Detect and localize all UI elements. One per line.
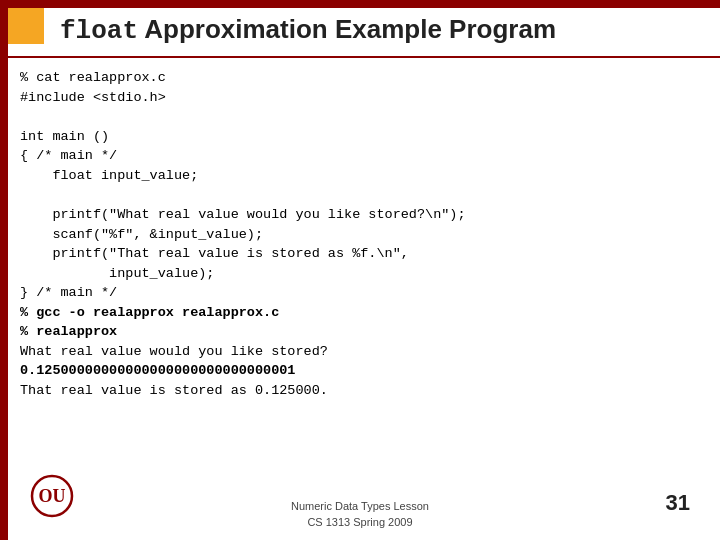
code-line-output-stored: That real value is stored as 0.125000. — [20, 383, 328, 398]
title-area: float Approximation Example Program — [60, 14, 700, 46]
svg-text:OU: OU — [39, 486, 66, 506]
footer: OU Numeric Data Types Lesson CS 1313 Spr… — [0, 499, 720, 530]
footer-course-line1: Numeric Data Types Lesson — [291, 499, 429, 514]
top-accent-bar — [0, 0, 720, 8]
code-line-bold-gcc: % gcc -o realapprox realapprox.c % reala… — [20, 305, 279, 340]
corner-decoration — [8, 8, 44, 44]
code-line-output-question: What real value would you like stored? — [20, 344, 328, 359]
left-accent-bar — [0, 0, 8, 540]
code-block: % cat realapprox.c #include <stdio.h> in… — [20, 68, 700, 401]
footer-course-line2: CS 1313 Spring 2009 — [291, 515, 429, 530]
title-monospace: float — [60, 16, 138, 46]
page-title: float Approximation Example Program — [60, 14, 556, 44]
footer-text: Numeric Data Types Lesson CS 1313 Spring… — [291, 499, 429, 530]
content-area: % cat realapprox.c #include <stdio.h> in… — [20, 68, 700, 480]
slide: float Approximation Example Program % ca… — [0, 0, 720, 540]
title-divider — [8, 56, 720, 58]
code-line-output-value: 0.12500000000000000000000000000001 — [20, 363, 295, 378]
page-number: 31 — [666, 490, 690, 516]
code-line-1: % cat realapprox.c #include <stdio.h> in… — [20, 70, 466, 300]
title-regular: Approximation Example Program — [138, 14, 556, 44]
ou-logo: OU — [30, 474, 74, 522]
